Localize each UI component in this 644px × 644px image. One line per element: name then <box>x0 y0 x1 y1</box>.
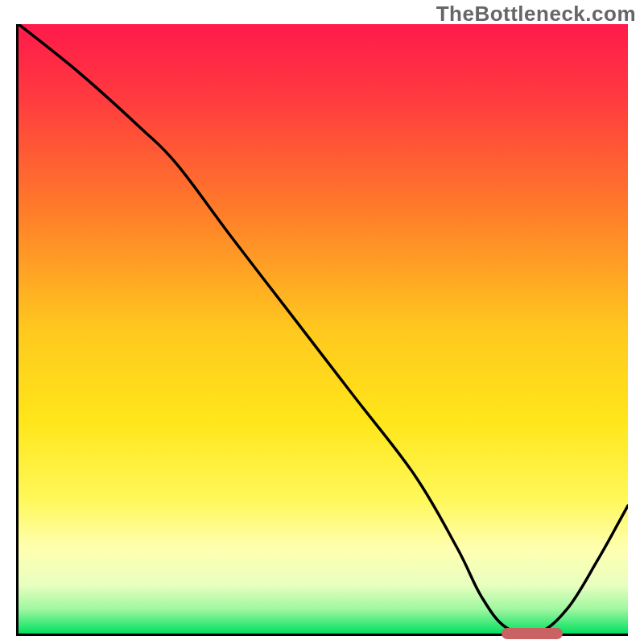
bottleneck-chart: TheBottleneck.com <box>0 0 644 644</box>
plot-area <box>16 24 628 636</box>
watermark-text: TheBottleneck.com <box>436 2 636 27</box>
optimal-range-marker <box>502 628 563 639</box>
curve-layer <box>19 24 628 634</box>
bottleneck-curve <box>19 24 628 634</box>
